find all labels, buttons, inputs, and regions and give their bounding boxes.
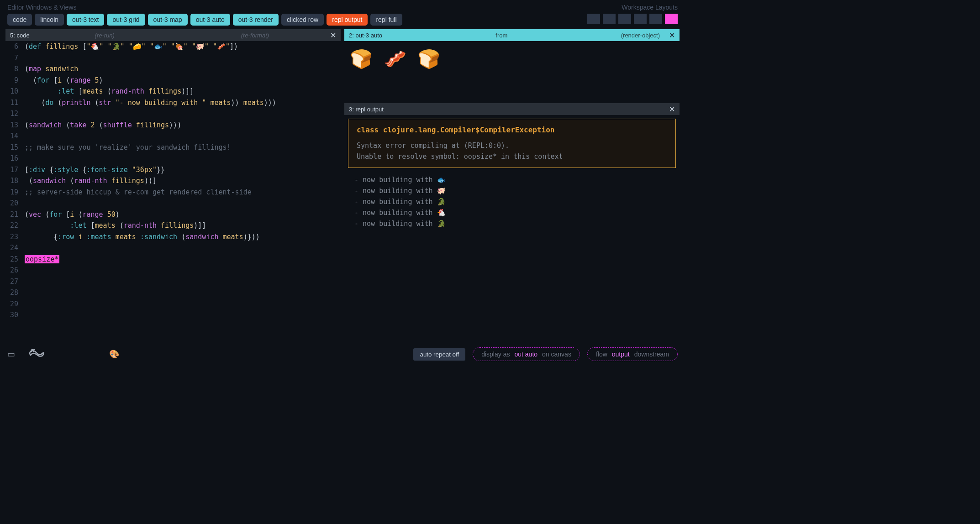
close-icon[interactable]: ✕ xyxy=(669,31,675,40)
line-content[interactable]: (map sandwich xyxy=(25,63,341,75)
code-line[interactable]: 8(map sandwich xyxy=(5,63,341,75)
display-mode-pill[interactable]: display as out auto on canvas xyxy=(473,347,580,361)
code-pane-title: 5: code xyxy=(10,32,30,39)
error-box: class clojure.lang.Compiler$CompilerExce… xyxy=(348,119,676,168)
svg-rect-12 xyxy=(665,14,671,24)
code-line[interactable]: 11 (do (println (str "- now building wit… xyxy=(5,97,341,109)
line-content[interactable] xyxy=(25,52,341,64)
code-line[interactable]: 10 :let [meats (rand-nth fillings)]] xyxy=(5,86,341,97)
layout-icons xyxy=(587,14,678,24)
tab-out-3-auto[interactable]: out-3 auto xyxy=(190,14,230,26)
svg-rect-4 xyxy=(618,19,631,24)
line-number: 9 xyxy=(5,75,25,86)
tab-clicked-row[interactable]: clicked row xyxy=(281,14,324,26)
repl-pane-title: 3: repl output xyxy=(349,106,384,113)
line-content[interactable] xyxy=(25,309,341,321)
render-pane-header: 2: out-3 auto from (render-object) ✕ xyxy=(344,29,680,41)
layout-vsplit-icon[interactable] xyxy=(603,14,616,24)
panel-icon[interactable]: ▭ xyxy=(7,349,15,359)
line-content[interactable] xyxy=(25,131,341,142)
line-content[interactable] xyxy=(25,299,341,310)
close-icon[interactable]: ✕ xyxy=(330,31,336,40)
svg-rect-10 xyxy=(654,14,658,24)
line-number: 7 xyxy=(5,52,25,64)
line-content[interactable]: oopsize* xyxy=(25,254,341,265)
code-line[interactable]: 19;; server-side hiccup & re-com get ren… xyxy=(5,187,341,198)
line-content[interactable]: (for [i (range 5) xyxy=(25,75,341,86)
code-line[interactable]: 14 xyxy=(5,131,341,142)
tab-repl-full[interactable]: repl full xyxy=(370,14,402,26)
line-number: 17 xyxy=(5,164,25,176)
line-content[interactable]: (sandwich (rand-nth fillings))] xyxy=(25,175,341,187)
palette-icon[interactable]: 🎨 xyxy=(109,349,119,359)
flow-mode-pill[interactable]: flow output downstream xyxy=(587,347,678,361)
render-pane-obj: (render-object) xyxy=(621,32,660,39)
code-pane-reformat[interactable]: (re-format) xyxy=(180,32,330,39)
line-content[interactable]: ;; server-side hiccup & re-com get rende… xyxy=(25,187,341,198)
tab-out-3-grid[interactable]: out-3 grid xyxy=(107,14,145,26)
layout-3col-icon[interactable] xyxy=(649,14,662,24)
code-line[interactable]: 27 xyxy=(5,276,341,288)
svg-rect-7 xyxy=(634,19,640,24)
line-number: 13 xyxy=(5,120,25,131)
close-icon[interactable]: ✕ xyxy=(669,105,675,114)
line-content[interactable] xyxy=(25,153,341,164)
auto-repeat-button[interactable]: auto repeat off xyxy=(413,348,465,361)
tab-lincoln[interactable]: lincoln xyxy=(35,14,64,26)
tab-out-3-map[interactable]: out-3 map xyxy=(148,14,188,26)
code-line[interactable]: 9 (for [i (range 5) xyxy=(5,75,341,86)
line-content[interactable]: (def fillings ["🐔" "🐊" "🧀" "🐟" "🍖" "🐖" "… xyxy=(25,41,341,52)
code-line[interactable]: 17[:div {:style {:font-size "36px"}} xyxy=(5,164,341,176)
code-line[interactable]: 12 xyxy=(5,108,341,120)
tab-out-3-text[interactable]: out-3 text xyxy=(67,14,104,26)
layout-grid-icon[interactable] xyxy=(634,14,647,24)
code-line[interactable]: 22 :let [meats (rand-nth fillings)]] xyxy=(5,220,341,231)
line-content[interactable] xyxy=(25,108,341,120)
code-line[interactable]: 6(def fillings ["🐔" "🐊" "🧀" "🐟" "🍖" "🐖" … xyxy=(5,41,341,52)
layout-hsplit-icon[interactable] xyxy=(618,14,631,24)
code-line[interactable]: 15;; make sure you 'realize' your sandwi… xyxy=(5,142,341,153)
line-number: 20 xyxy=(5,198,25,209)
line-content[interactable]: {:row i :meats meats :sandwich (sandwich… xyxy=(25,231,341,243)
line-content[interactable]: :let [meats (rand-nth fillings)]] xyxy=(25,220,341,231)
line-content[interactable] xyxy=(25,276,341,288)
tab-repl-output[interactable]: repl output xyxy=(327,14,368,26)
code-pane-rerun[interactable]: (re-run) xyxy=(30,32,180,39)
code-line[interactable]: 29 xyxy=(5,299,341,310)
code-line[interactable]: 30 xyxy=(5,309,341,321)
line-content[interactable]: ;; make sure you 'realize' your sandwich… xyxy=(25,142,341,153)
line-number: 30 xyxy=(5,309,25,321)
line-content[interactable]: (sandwich (take 2 (shuffle fillings))) xyxy=(25,120,341,131)
line-content[interactable]: (vec (for [i (range 50) xyxy=(25,209,341,220)
bunny-icon[interactable] xyxy=(28,347,46,362)
tab-out-3-render[interactable]: out-3 render xyxy=(233,14,279,26)
layout-single-icon[interactable] xyxy=(587,14,600,24)
code-line[interactable]: 20 xyxy=(5,198,341,209)
svg-rect-6 xyxy=(641,14,647,18)
code-pane: 5: code (re-run) (re-format) ✕ 6(def fil… xyxy=(5,29,341,341)
line-content[interactable] xyxy=(25,265,341,276)
tab-code[interactable]: code xyxy=(7,14,32,26)
line-number: 29 xyxy=(5,299,25,310)
code-line[interactable]: 28 xyxy=(5,287,341,299)
line-number: 14 xyxy=(5,131,25,142)
layout-active-icon[interactable] xyxy=(665,14,678,24)
code-editor[interactable]: 6(def fillings ["🐔" "🐊" "🧀" "🐟" "🍖" "🐖" … xyxy=(5,41,341,341)
code-line[interactable]: 7 xyxy=(5,52,341,64)
line-number: 18 xyxy=(5,175,25,187)
line-content[interactable] xyxy=(25,242,341,254)
line-content[interactable]: (do (println (str "- now building with "… xyxy=(25,97,341,109)
code-line[interactable]: 13(sandwich (take 2 (shuffle fillings))) xyxy=(5,120,341,131)
svg-rect-11 xyxy=(659,14,662,24)
code-line[interactable]: 24 xyxy=(5,242,341,254)
line-content[interactable]: :let [meats (rand-nth fillings)]] xyxy=(25,86,341,97)
code-line[interactable]: 23 {:row i :meats meats :sandwich (sandw… xyxy=(5,231,341,243)
code-line[interactable]: 26 xyxy=(5,265,341,276)
line-content[interactable] xyxy=(25,287,341,299)
line-content[interactable]: [:div {:style {:font-size "36px"}} xyxy=(25,164,341,176)
code-line[interactable]: 21(vec (for [i (range 50) xyxy=(5,209,341,220)
code-line[interactable]: 25oopsize* xyxy=(5,254,341,265)
line-content[interactable] xyxy=(25,198,341,209)
code-line[interactable]: 18 (sandwich (rand-nth fillings))] xyxy=(5,175,341,187)
code-line[interactable]: 16 xyxy=(5,153,341,164)
